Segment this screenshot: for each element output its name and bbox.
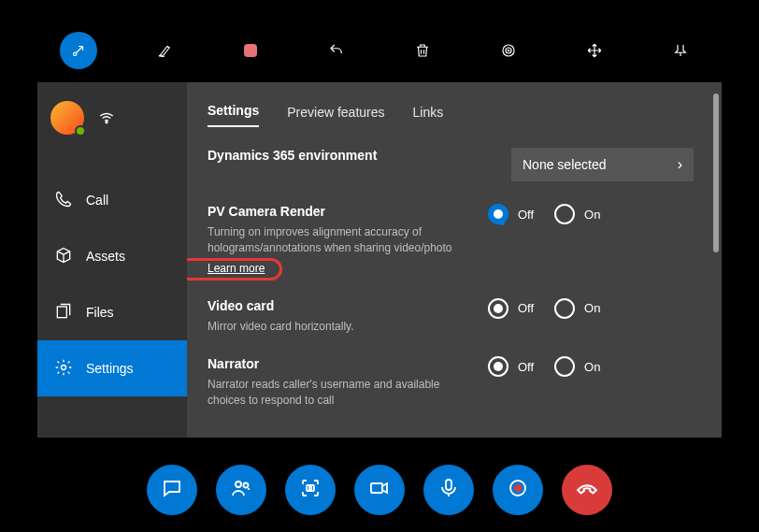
hangup-icon (575, 476, 599, 504)
setting-pv-camera: PV Camera Render Turning on improves ali… (208, 204, 694, 276)
cube-icon (54, 246, 73, 267)
narrator-off-radio[interactable]: Off (488, 356, 534, 377)
contacts-button[interactable] (216, 465, 266, 515)
setting-video-card: Video card Mirror video card horizontall… (208, 298, 694, 335)
pen-icon (156, 42, 173, 59)
svg-rect-13 (446, 480, 451, 490)
settings-window: Call Assets Files (37, 82, 722, 438)
gear-icon (54, 358, 73, 380)
stop-tool-button[interactable] (232, 32, 269, 69)
radio-label: Off (518, 301, 534, 315)
video-off-radio[interactable]: Off (488, 298, 534, 319)
svg-point-5 (106, 122, 107, 123)
svg-point-9 (244, 483, 249, 488)
sidebar-items: Call Assets Files (37, 172, 187, 396)
tabs: Settings Preview features Links (208, 99, 701, 127)
sidebar: Call Assets Files (37, 82, 187, 438)
target-icon (500, 42, 517, 59)
svg-point-4 (508, 50, 509, 51)
undo-icon (328, 42, 345, 59)
environment-select[interactable]: None selected › (511, 148, 694, 181)
svg-point-7 (62, 365, 66, 369)
scrollbar-thumb[interactable] (713, 93, 719, 252)
narrator-on-radio[interactable]: On (554, 356, 600, 377)
chevron-right-icon: › (678, 156, 682, 173)
setting-desc: Mirror video card horizontally. (208, 319, 473, 335)
chat-button[interactable] (147, 465, 197, 515)
mic-button[interactable] (423, 465, 474, 515)
files-icon (54, 302, 73, 324)
video-on-radio[interactable]: On (554, 298, 600, 319)
select-value: None selected (523, 157, 607, 172)
svg-point-8 (236, 482, 241, 487)
svg-rect-12 (371, 483, 382, 493)
delete-tool-button[interactable] (404, 32, 441, 69)
svg-rect-1 (244, 44, 257, 57)
radio-label: On (584, 301, 600, 315)
move-icon (586, 42, 603, 59)
setting-narrator: Narrator Narrator reads caller's usernam… (208, 356, 694, 409)
setting-desc: Narrator reads caller's username and ava… (208, 377, 473, 409)
sidebar-item-files[interactable]: Files (37, 284, 187, 340)
bottom-action-bar (0, 465, 759, 515)
svg-point-0 (74, 52, 77, 55)
sidebar-item-assets[interactable]: Assets (37, 228, 187, 284)
hangup-button[interactable] (562, 465, 612, 515)
svg-point-11 (309, 487, 312, 490)
mic-icon (437, 477, 460, 503)
stop-icon (243, 43, 258, 58)
wifi-icon (97, 107, 116, 129)
radio-label: On (584, 208, 600, 222)
setting-title: PV Camera Render (208, 204, 473, 219)
arrow-icon (70, 42, 87, 59)
presence-badge (75, 125, 86, 137)
phone-icon (54, 190, 73, 211)
sidebar-item-label: Assets (86, 249, 125, 264)
tab-settings[interactable]: Settings (208, 103, 259, 127)
trash-icon (414, 42, 431, 59)
learn-more-link[interactable]: Learn more (208, 262, 265, 275)
avatar[interactable] (50, 101, 84, 135)
setting-title: Narrator (208, 356, 473, 371)
record-icon (507, 477, 529, 503)
content-panel: Settings Preview features Links Dynamics… (187, 82, 722, 438)
snapshot-button[interactable] (285, 465, 336, 515)
pin-icon (672, 42, 689, 59)
record-button[interactable] (493, 465, 543, 515)
video-icon (368, 477, 391, 503)
people-icon (230, 477, 252, 503)
sidebar-item-label: Call (86, 193, 108, 208)
sidebar-header (37, 82, 187, 135)
setting-title: Dynamics 365 environment (208, 148, 473, 163)
tab-links[interactable]: Links (413, 105, 444, 127)
setting-desc: Turning on improves alignment accuracy o… (208, 224, 473, 256)
tab-preview-features[interactable]: Preview features (287, 105, 384, 127)
move-tool-button[interactable] (576, 32, 613, 69)
sidebar-item-label: Files (86, 305, 114, 320)
target-tool-button[interactable] (490, 32, 527, 69)
scrollbar[interactable] (713, 88, 719, 432)
sidebar-item-settings[interactable]: Settings (37, 340, 187, 396)
video-button[interactable] (354, 465, 405, 515)
undo-tool-button[interactable] (318, 32, 355, 69)
setting-environment: Dynamics 365 environment None selected › (208, 148, 694, 181)
svg-rect-6 (57, 307, 66, 318)
setting-title: Video card (208, 298, 473, 313)
radio-label: On (584, 360, 600, 374)
camera-focus-icon (299, 477, 322, 503)
svg-point-15 (514, 484, 522, 492)
top-toolbar (0, 30, 759, 71)
pv-on-radio[interactable]: On (554, 204, 600, 224)
pin-tool-button[interactable] (662, 32, 699, 69)
ink-tool-button[interactable] (146, 32, 183, 69)
radio-label: Off (518, 208, 534, 222)
settings-body: Dynamics 365 environment None selected ›… (208, 148, 701, 409)
arrow-tool-button[interactable] (60, 32, 97, 69)
sidebar-item-label: Settings (86, 361, 134, 376)
pv-off-radio[interactable]: Off (488, 204, 534, 224)
chat-icon (161, 477, 183, 503)
sidebar-item-call[interactable]: Call (37, 172, 187, 228)
radio-label: Off (518, 360, 534, 374)
